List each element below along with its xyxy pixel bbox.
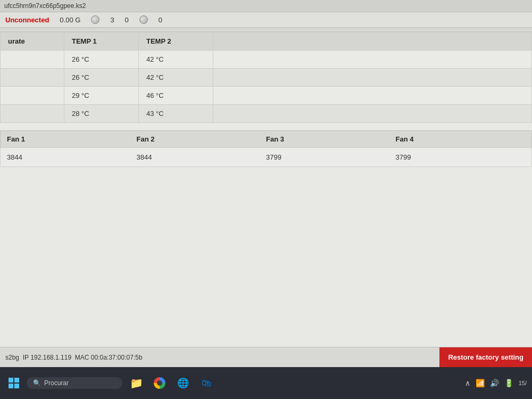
device-id: s2bg <box>5 354 19 361</box>
fan3-header: Fan 3 <box>266 135 396 143</box>
temp-row: 26 °C 42 °C <box>1 51 532 69</box>
mac-value: 00:0a:37:00:07:5b <box>91 354 143 361</box>
search-label: Procurar <box>44 379 69 387</box>
fan-values: 3844 3844 3799 3799 <box>0 147 532 167</box>
temp-row: 29 °C 46 °C <box>1 87 532 105</box>
data-value: 0.00 G <box>60 16 80 24</box>
count-2: 0 <box>125 16 129 24</box>
temp-row-temp2: 43 °C <box>139 105 213 123</box>
fan4-header: Fan 4 <box>396 135 526 143</box>
temp-table: urate TEMP 1 TEMP 2 26 °C 42 °C 26 °C 42… <box>0 32 532 123</box>
temp-row-temp1: 28 °C <box>64 105 139 123</box>
col-header-extra <box>213 32 532 51</box>
fan4-value: 3799 <box>396 153 526 161</box>
clock[interactable]: 15/ <box>519 380 527 386</box>
col-header-temp1: TEMP 1 <box>64 32 139 51</box>
file-explorer-button[interactable]: 📁 <box>127 373 146 393</box>
store-button[interactable]: 🛍 <box>197 373 216 393</box>
temp-row-extra <box>213 51 532 69</box>
led-1 <box>91 15 99 24</box>
status-row: Unconnected 0.00 G 3 0 0 <box>0 12 532 28</box>
restore-factory-button[interactable]: Restore factory setting <box>439 347 532 367</box>
temp-row-urate <box>1 105 64 123</box>
temp-row-extra <box>213 105 532 123</box>
taskbar-right: ∧ 📶 🔊 🔋 15/ <box>465 379 527 387</box>
temp-row-urate <box>1 69 64 87</box>
windows-icon <box>9 378 19 388</box>
battery-icon[interactable]: 🔋 <box>504 379 513 387</box>
chrome-button[interactable] <box>150 373 169 393</box>
count-3: 0 <box>159 16 162 24</box>
content-area: urate TEMP 1 TEMP 2 26 °C 42 °C 26 °C 42… <box>0 32 532 167</box>
ip-value: 192.168.1.119 <box>30 354 71 361</box>
temp-row: 28 °C 43 °C <box>1 105 532 123</box>
edge-button[interactable]: 🌐 <box>173 373 193 393</box>
count-1: 3 <box>110 16 114 24</box>
fan-headers: Fan 1 Fan 2 Fan 3 Fan 4 <box>0 130 532 147</box>
temp-row-temp2: 42 °C <box>139 69 213 87</box>
fan3-value: 3799 <box>266 153 396 161</box>
temp-row-extra <box>213 69 532 87</box>
store-icon: 🛍 <box>202 378 211 389</box>
app-title: ufcc5hrn9n7xc66p5gpee.ks2 <box>4 2 86 10</box>
chevron-up-icon[interactable]: ∧ <box>465 379 470 387</box>
volume-icon[interactable]: 🔊 <box>490 379 499 387</box>
temp-row-temp1: 26 °C <box>64 51 139 69</box>
folder-icon: 📁 <box>130 377 143 389</box>
fan1-header: Fan 1 <box>7 135 137 143</box>
section-divider-top <box>0 28 532 32</box>
edge-icon: 🌐 <box>177 377 189 389</box>
taskbar-search[interactable]: 🔍 Procurar <box>27 377 122 389</box>
temp-row-temp2: 42 °C <box>139 51 213 69</box>
fan-section: Fan 1 Fan 2 Fan 3 Fan 4 3844 3844 3799 3… <box>0 130 532 167</box>
ip-label: IP <box>23 354 29 361</box>
temp-row: 26 °C 42 °C <box>1 69 532 87</box>
fan2-value: 3844 <box>137 153 267 161</box>
mac-label: MAC <box>75 354 89 361</box>
bottom-bar: s2bg IP 192.168.1.119 MAC 00:0a:37:00:07… <box>0 347 532 367</box>
temp-row-temp1: 29 °C <box>64 87 139 105</box>
taskbar: 🔍 Procurar 📁 🌐 🛍 ∧ 📶 🔊 🔋 15/ <box>0 367 532 399</box>
windows-start-button[interactable] <box>5 375 22 392</box>
temp-table-container: urate TEMP 1 TEMP 2 26 °C 42 °C 26 °C 42… <box>0 32 532 123</box>
col-header-temp2: TEMP 2 <box>139 32 213 51</box>
temp-row-urate <box>1 51 64 69</box>
title-bar: ufcc5hrn9n7xc66p5gpee.ks2 <box>0 0 532 12</box>
unconnected-status: Unconnected <box>5 16 49 24</box>
col-header-urate: urate <box>1 32 64 51</box>
wifi-icon[interactable]: 📶 <box>476 379 485 387</box>
fan1-value: 3844 <box>7 153 137 161</box>
chrome-icon <box>154 377 165 389</box>
search-icon: 🔍 <box>33 379 41 387</box>
temp-row-temp1: 26 °C <box>64 69 139 87</box>
led-2 <box>139 15 148 24</box>
temp-row-temp2: 46 °C <box>139 87 213 105</box>
fan2-header: Fan 2 <box>137 135 267 143</box>
temp-row-extra <box>213 87 532 105</box>
temp-row-urate <box>1 87 64 105</box>
